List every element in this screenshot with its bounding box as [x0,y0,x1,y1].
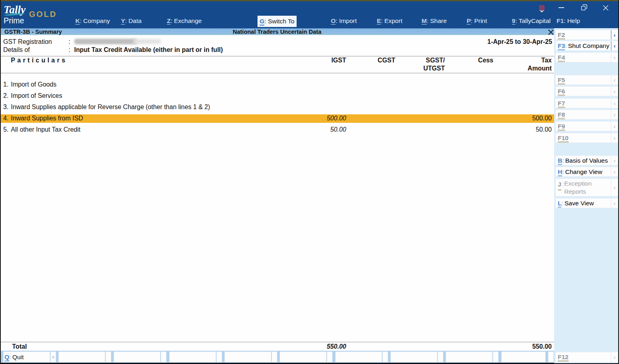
svg-text:Prime: Prime [4,16,24,25]
